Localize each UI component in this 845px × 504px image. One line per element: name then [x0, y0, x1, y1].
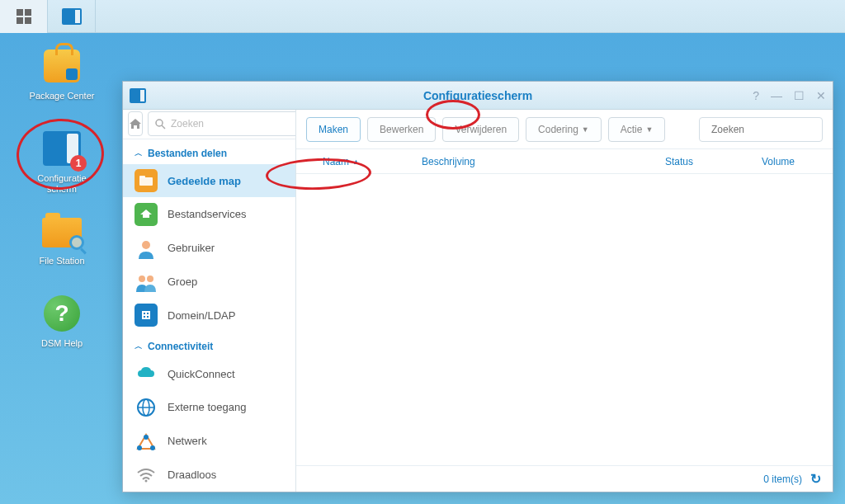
wifi-icon	[135, 464, 158, 487]
sidebar-item-quickconnect[interactable]: QuickConnect	[123, 357, 295, 391]
apps-menu-button[interactable]	[0, 0, 48, 33]
desktop-icon-package-center[interactable]: Package Center	[25, 46, 99, 101]
svg-rect-3	[139, 176, 145, 178]
window-title: Configuratiescherm	[123, 89, 833, 102]
status-bar: 0 item(s) ↻	[296, 465, 833, 492]
sidebar-item-group[interactable]: Groep	[123, 265, 295, 299]
filter-input[interactable]	[711, 124, 833, 135]
edit-button[interactable]: Bewerken	[367, 117, 436, 142]
svg-rect-11	[147, 316, 149, 318]
apps-grid-icon	[17, 9, 31, 24]
svg-point-4	[142, 241, 150, 249]
desktop-icon-file-station[interactable]: File Station	[25, 211, 99, 266]
toolbar-search[interactable]	[699, 117, 823, 142]
icon-label: File Station	[39, 256, 84, 266]
svg-point-15	[144, 435, 149, 440]
help-button[interactable]: ?	[753, 89, 759, 102]
col-status[interactable]: Status	[621, 156, 737, 167]
icon-label: Package Center	[30, 91, 95, 101]
svg-rect-7	[142, 311, 150, 319]
sidebar-item-domain-ldap[interactable]: Domein/LDAP	[123, 299, 295, 332]
section-header-files[interactable]: ︿ Bestanden delen	[123, 139, 295, 164]
sidebar-item-network[interactable]: Netwerk	[123, 424, 295, 458]
sidebar-item-file-services[interactable]: Bestandservices	[123, 197, 295, 231]
close-button[interactable]: ✕	[816, 89, 826, 102]
ldap-icon	[135, 304, 158, 327]
quickconnect-icon	[135, 362, 158, 385]
main-panel: Maken Bewerken Verwijderen Codering▼ Act…	[296, 110, 833, 492]
toolbar: Maken Bewerken Verwijderen Codering▼ Act…	[296, 110, 833, 149]
desktop-icon-dsm-help[interactable]: ? DSM Help	[25, 294, 99, 349]
magnifier-icon	[69, 235, 84, 250]
delete-button[interactable]: Verwijderen	[442, 117, 519, 142]
user-icon	[135, 237, 158, 260]
icon-label: DSM Help	[41, 338, 83, 349]
table-header: Naam▲ Beschrijving Status Volume	[296, 149, 833, 174]
refresh-button[interactable]: ↻	[810, 471, 821, 487]
svg-point-18	[145, 479, 148, 482]
group-icon	[135, 271, 158, 294]
home-button[interactable]	[128, 111, 143, 136]
create-button[interactable]: Maken	[306, 117, 361, 142]
taskbar	[0, 0, 845, 33]
home-icon	[129, 118, 142, 130]
control-panel-icon	[62, 8, 82, 25]
sort-asc-icon: ▲	[352, 158, 360, 166]
taskbar-item-config[interactable]	[48, 0, 96, 33]
chevron-up-icon: ︿	[135, 341, 143, 352]
search-icon	[155, 119, 166, 130]
network-icon	[135, 430, 158, 453]
action-button[interactable]: Actie▼	[608, 117, 666, 142]
shopping-bag-icon	[44, 49, 80, 82]
sidebar-search[interactable]	[148, 111, 296, 136]
svg-rect-8	[144, 313, 145, 314]
svg-rect-2	[139, 177, 153, 186]
help-icon: ?	[44, 295, 80, 332]
svg-point-16	[137, 445, 142, 450]
col-name[interactable]: Naam▲	[323, 156, 422, 167]
icon-label: Configuratie scherm	[25, 173, 99, 195]
caret-down-icon: ▼	[645, 125, 653, 134]
encryption-button[interactable]: Codering▼	[526, 117, 602, 142]
sidebar-item-user[interactable]: Gebruiker	[123, 231, 295, 265]
col-description[interactable]: Beschrijving	[422, 156, 621, 167]
svg-point-6	[147, 276, 153, 282]
section-header-connectivity[interactable]: ︿ Connectiviteit	[123, 332, 295, 357]
notification-badge: 1	[70, 155, 87, 172]
svg-rect-9	[147, 313, 149, 314]
sidebar-item-wireless[interactable]: Draadloos	[123, 458, 295, 492]
chevron-up-icon: ︿	[135, 148, 143, 159]
caret-down-icon: ▼	[582, 125, 589, 134]
file-services-icon	[135, 203, 158, 226]
table-body	[296, 174, 833, 465]
svg-point-5	[139, 276, 145, 282]
svg-point-0	[156, 120, 163, 126]
desktop-icon-config-panel[interactable]: 1 Configuratie scherm	[25, 129, 99, 195]
col-volume[interactable]: Volume	[737, 156, 819, 167]
svg-point-17	[150, 445, 155, 450]
search-input[interactable]	[171, 118, 295, 130]
window-config-panel: Configuratiescherm ? — ☐ ✕ ︿ Bestanden d…	[122, 81, 833, 492]
folder-icon	[42, 218, 82, 247]
sidebar-item-shared-folder[interactable]: Gedeelde map	[123, 164, 295, 198]
svg-line-1	[162, 125, 165, 129]
title-bar[interactable]: Configuratiescherm ? — ☐ ✕	[123, 82, 833, 110]
maximize-button[interactable]: ☐	[794, 89, 805, 102]
shared-folder-icon	[135, 169, 158, 192]
globe-icon	[135, 396, 158, 419]
sidebar: ︿ Bestanden delen Gedeelde map Bestandse…	[123, 110, 296, 492]
item-count: 0 item(s)	[763, 473, 802, 485]
sidebar-item-external-access[interactable]: Externe toegang	[123, 391, 295, 425]
svg-rect-10	[144, 316, 145, 318]
minimize-button[interactable]: —	[771, 89, 782, 102]
